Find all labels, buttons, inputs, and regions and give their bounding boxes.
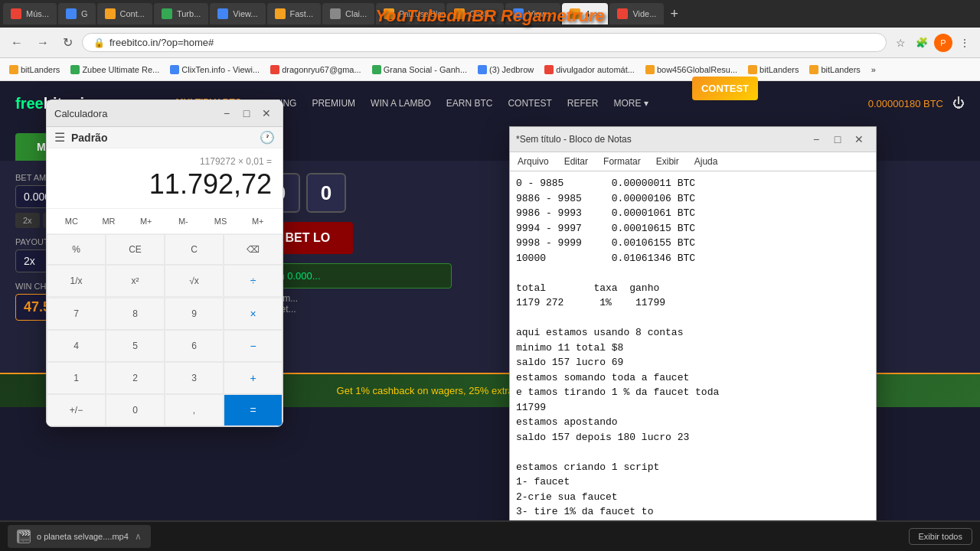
calc-mr-button[interactable]: MR [92, 214, 126, 229]
tab-1[interactable]: Mús... [3, 3, 57, 24]
calc-3[interactable]: 3 [165, 362, 224, 394]
calc-subtract[interactable]: − [224, 330, 283, 362]
calc-mode: Padrão [71, 132, 107, 144]
tab-2[interactable]: G [58, 3, 96, 24]
nav-earn-btc[interactable]: EARN BTC [440, 93, 499, 113]
calc-expression: 1179272 × 0,01 = [57, 156, 272, 168]
address-text: freebitco.in/?op=home# [109, 37, 214, 48]
show-all-button[interactable]: Exibir todos [909, 528, 972, 545]
calc-decimal[interactable]: , [165, 394, 224, 426]
multiplier-2x[interactable]: 2x [15, 213, 40, 228]
bookmark-bitlanders-1[interactable]: bitLanders [5, 64, 64, 76]
calc-menu-icon[interactable]: ☰ [54, 130, 65, 145]
bookmark-bow456[interactable]: bow456GlobalResu... [641, 64, 742, 76]
calc-6[interactable]: 6 [165, 330, 224, 362]
calc-square[interactable]: x² [106, 265, 165, 297]
address-bar[interactable]: 🔒 freebitco.in/?op=home# [82, 33, 887, 52]
calc-minimize-button[interactable]: − [218, 105, 235, 122]
notepad-menu-editar[interactable]: Editar [557, 154, 596, 169]
calc-reciprocal[interactable]: 1/x [47, 265, 106, 297]
calc-2[interactable]: 2 [106, 362, 165, 394]
contest-badge[interactable]: CONTEST [692, 77, 758, 100]
taskbar-item-chevron-icon: ∧ [135, 531, 142, 542]
tab-4[interactable]: Turb... [154, 3, 208, 24]
bookmark-dragon[interactable]: dragonryu67@gma... [266, 64, 366, 76]
bookmark-bitlanders-3[interactable]: bitLanders [805, 64, 864, 76]
bookmark-clixten[interactable]: ClixTen.info - Viewi... [165, 64, 264, 76]
extensions-icon[interactable]: 🧩 [913, 34, 931, 52]
bookmark-zubee[interactable]: Zubee Ultimate Re... [66, 64, 164, 76]
taskbar-item[interactable]: 🎬 o planeta selvage....mp4 ∧ [8, 525, 151, 548]
notepad-minimize-button[interactable]: − [805, 131, 827, 148]
nav-win-lambo[interactable]: WIN A LAMBO [364, 93, 437, 113]
calc-toolbar: ☰ Padrão 🕐 [47, 127, 283, 148]
notepad-close-button[interactable]: ✕ [848, 131, 870, 148]
calc-mminus-button[interactable]: M- [166, 214, 201, 229]
calc-ms-button[interactable]: MS [204, 214, 238, 229]
calc-multiply[interactable]: × [224, 298, 283, 330]
nav-more[interactable]: MORE ▾ [607, 93, 654, 113]
nav-premium[interactable]: PREMIUM [305, 93, 361, 113]
menu-icon[interactable]: ⋮ [956, 34, 974, 52]
calc-maximize-button[interactable]: □ [238, 105, 255, 122]
bookmark-star-icon[interactable]: ☆ [891, 34, 910, 52]
bookmark-bitlanders-2[interactable]: bitLanders [743, 64, 803, 76]
calc-7[interactable]: 7 [47, 298, 106, 330]
calc-display: 1179272 × 0,01 = 11.792,72 [47, 148, 283, 209]
calc-mv-button[interactable]: M+ [240, 214, 275, 229]
bookmarks-bar: bitLanders Zubee Ultimate Re... ClixTen.… [0, 58, 980, 81]
calc-titlebar: Calculadora − □ ✕ [47, 100, 283, 127]
new-tab-button[interactable]: + [665, 6, 683, 22]
bookmarks-more[interactable]: » [867, 64, 880, 76]
notepad-menu-formatar[interactable]: Formatar [596, 154, 648, 169]
calc-history-icon[interactable]: 🕐 [260, 130, 275, 145]
calc-equals[interactable]: = [224, 394, 283, 426]
calc-ce[interactable]: CE [106, 234, 165, 265]
notepad-titlebar: *Sem título - Bloco de Notas − □ ✕ [510, 127, 876, 152]
taskbar-item-label: o planeta selvage....mp4 [37, 532, 129, 541]
notepad-menu-ajuda[interactable]: Ajuda [687, 154, 726, 169]
bookmark-grana[interactable]: Grana Social - Ganh... [368, 64, 472, 76]
notepad-menu-arquivo[interactable]: Arquivo [510, 154, 557, 169]
profile-icon[interactable]: P [934, 34, 952, 52]
notepad-window: *Sem título - Bloco de Notas − □ ✕ Arqui… [509, 126, 877, 538]
calc-5[interactable]: 5 [106, 330, 165, 362]
calc-4[interactable]: 4 [47, 330, 106, 362]
calc-mc-button[interactable]: MC [54, 214, 89, 229]
calc-percent[interactable]: % [47, 234, 106, 265]
tab-7[interactable]: Clai... [322, 3, 374, 24]
notepad-menu: Arquivo Editar Formatar Exibir Ajuda [510, 152, 876, 171]
calc-close-button[interactable]: ✕ [258, 105, 275, 122]
nav-contest[interactable]: CONTEST [501, 93, 557, 113]
back-button[interactable]: ← [6, 33, 28, 53]
notepad-text-area[interactable]: 0 - 9885 0.00000011 BTC 9886 - 9985 0.00… [510, 171, 876, 524]
calc-8[interactable]: 8 [106, 298, 165, 330]
calc-add[interactable]: + [224, 362, 283, 394]
notepad-maximize-button[interactable]: □ [827, 131, 848, 148]
power-icon[interactable]: ⏻ [952, 96, 965, 110]
forward-button[interactable]: → [32, 33, 54, 53]
calc-sqrt[interactable]: √x [165, 265, 224, 297]
calc-c[interactable]: C [165, 234, 224, 265]
calc-zero[interactable]: 0 [106, 394, 165, 426]
calc-1[interactable]: 1 [47, 362, 106, 394]
calc-negate[interactable]: +/− [47, 394, 106, 426]
bookmark-jedbrow[interactable]: (3) Jedbrow [473, 64, 538, 76]
tab-3[interactable]: Cont... [97, 3, 152, 24]
dice-3: 0 [306, 173, 346, 213]
calc-9[interactable]: 9 [165, 298, 224, 330]
calc-result: 11.792,72 [57, 168, 272, 201]
notepad-menu-exibir[interactable]: Exibir [648, 154, 687, 169]
taskbar-item-icon: 🎬 [17, 530, 31, 543]
tab-5[interactable]: View... [210, 3, 265, 24]
reload-button[interactable]: ↻ [58, 32, 77, 53]
tab-video[interactable]: Vide... [609, 3, 664, 24]
calc-buttons-grid: 7 8 9 × 4 5 6 − 1 2 3 + +/− 0 , = [47, 297, 283, 426]
calc-backspace[interactable]: ⌫ [224, 234, 283, 265]
calc-mplus-button[interactable]: M+ [129, 214, 163, 229]
nav-bar: ← → ↻ 🔒 freebitco.in/?op=home# ☆ 🧩 P ⋮ [0, 28, 980, 58]
tab-6[interactable]: Fast... [267, 3, 322, 24]
bookmark-divulgador[interactable]: divulgador automát... [540, 64, 639, 76]
nav-refer[interactable]: REFER [561, 93, 605, 113]
calc-divide[interactable]: ÷ [224, 265, 283, 297]
